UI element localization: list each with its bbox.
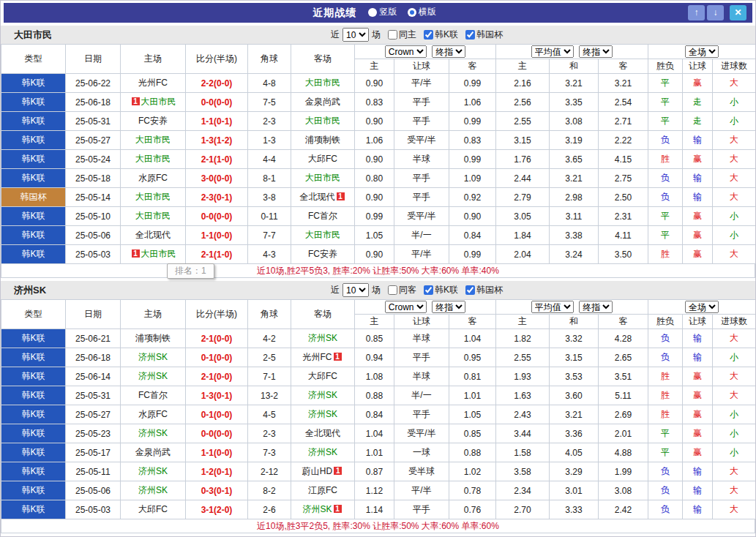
home-team-name[interactable]: 全北现代	[135, 230, 171, 240]
match-date: 25-06-18	[66, 348, 121, 367]
scroll-down-button[interactable]: ↓	[707, 5, 724, 20]
korean-cup-filter[interactable]: 韩国杯	[465, 29, 503, 41]
euro-away-odds: 2.69	[599, 405, 648, 424]
korean-cup-filter[interactable]: 韩国杯	[465, 284, 503, 296]
k-league-checkbox[interactable]	[424, 285, 433, 295]
asia-away-odds: 1.09	[449, 169, 496, 188]
away-team-name[interactable]: 大田市民	[305, 173, 340, 183]
full-match-select[interactable]: 全场	[685, 45, 719, 58]
home-team-name[interactable]: 大田市民	[135, 135, 171, 145]
home-team-name[interactable]: 大田市民	[135, 192, 171, 202]
asia-home-odds: 0.90	[355, 74, 394, 93]
away-team-name[interactable]: FC安养	[308, 249, 337, 259]
away-team-name[interactable]: 济州SK	[308, 333, 337, 343]
final-odds-select[interactable]: 终指	[432, 45, 465, 58]
home-team-name[interactable]: 大田市民	[135, 154, 171, 164]
home-team-name[interactable]: 济州SK	[138, 371, 168, 381]
away-team-name[interactable]: 大田市民	[305, 78, 340, 88]
home-team-name[interactable]: FC首尔	[138, 390, 168, 400]
home-team-name[interactable]: 浦项制铁	[135, 333, 171, 343]
full-match-select[interactable]: 全场	[685, 301, 719, 313]
same-venue-filter[interactable]: 同客	[388, 284, 416, 296]
home-team-name[interactable]: 大田市民	[135, 211, 171, 221]
euro-away-odds: 4.11	[599, 226, 648, 245]
away-team-name[interactable]: 浦项制铁	[305, 135, 340, 145]
final-odds-select-2[interactable]: 终指	[579, 45, 613, 58]
same-venue-filter[interactable]: 同主	[388, 29, 416, 41]
final-odds-select[interactable]: 终指	[432, 301, 465, 313]
away-team-name[interactable]: 光州FC	[303, 352, 332, 362]
home-team-name[interactable]: 大田市民	[141, 97, 176, 107]
home-team-name[interactable]: 济州SK	[138, 466, 168, 476]
home-team-name[interactable]: 济州SK	[138, 352, 168, 362]
away-team-name[interactable]: 金泉尚武	[305, 97, 340, 107]
away-team-name[interactable]: 济州SK	[308, 409, 337, 419]
average-odds-select[interactable]: 平均值	[531, 45, 574, 58]
same-venue-checkbox[interactable]	[388, 285, 397, 295]
home-team-name[interactable]: 大邱FC	[138, 504, 168, 514]
away-team-name[interactable]: 济州SK	[302, 504, 332, 514]
home-team-name[interactable]: 水原FC	[138, 173, 168, 183]
result-overunder: 大	[713, 500, 756, 519]
layout-vertical-option[interactable]: 竖版	[368, 6, 397, 18]
odds-company-select[interactable]: Crown	[385, 301, 427, 313]
match-date: 25-05-27	[66, 405, 121, 424]
score-cell: 1-3(1-2)	[186, 131, 248, 150]
away-team-name[interactable]: 济州SK	[308, 447, 337, 457]
close-button[interactable]: ✕	[730, 5, 746, 20]
same-venue-checkbox[interactable]	[388, 30, 397, 40]
odds-company-select[interactable]: Crown	[385, 45, 427, 58]
away-team-name[interactable]: 大田市民	[305, 116, 340, 126]
home-team-name[interactable]: 大田市民	[141, 249, 176, 259]
near-label: 近	[331, 29, 340, 41]
euro-home-odds: 3.05	[496, 207, 550, 226]
away-team-cell: 浦项制铁	[291, 131, 355, 150]
away-team-name[interactable]: 江原FC	[308, 485, 337, 495]
away-team-name[interactable]: 全北现代	[300, 192, 335, 202]
score-cell: 0-1(0-0)	[186, 348, 248, 367]
away-team-cell: 全北现代	[291, 424, 355, 443]
home-team-name[interactable]: 光州FC	[138, 78, 168, 88]
result-group: 全场	[648, 45, 756, 59]
radio-icon[interactable]	[408, 8, 416, 17]
home-team-cell: 浦项制铁	[121, 329, 186, 348]
radio-icon[interactable]	[368, 8, 377, 17]
scroll-up-button[interactable]: ↑	[688, 5, 705, 20]
away-team-name[interactable]: FC首尔	[308, 211, 337, 221]
home-team-name[interactable]: FC安养	[138, 116, 168, 126]
asia-away-odds: 0.78	[449, 481, 496, 500]
euro-home-odds: 1.63	[496, 386, 550, 405]
asia-home-odds: 0.83	[355, 93, 394, 112]
away-team-name[interactable]: 大邱FC	[308, 371, 337, 381]
asia-home-odds: 0.90	[355, 150, 394, 169]
layout-horizontal-option[interactable]: 横版	[408, 6, 436, 18]
col-type: 类型	[1, 300, 66, 329]
home-team-name[interactable]: 水原FC	[138, 409, 168, 419]
rounds-select[interactable]: 10	[343, 283, 369, 297]
home-team-name[interactable]: 金泉尚武	[135, 447, 171, 457]
home-team-cell: 水原FC	[121, 405, 186, 424]
k-league-filter[interactable]: 韩K联	[424, 29, 458, 41]
k-league-checkbox[interactable]	[424, 30, 433, 40]
away-team-name[interactable]: 大田市民	[305, 230, 340, 240]
corner-cell: 0-11	[248, 207, 291, 226]
corner-cell: 8-1	[248, 169, 291, 188]
rounds-select[interactable]: 10	[343, 28, 369, 42]
k-league-filter[interactable]: 韩K联	[424, 284, 458, 296]
corner-cell: 2-12	[248, 462, 291, 481]
away-team-name[interactable]: 全北现代	[305, 428, 340, 438]
home-team-name[interactable]: 济州SK	[138, 428, 168, 438]
result-wdl: 胜	[648, 245, 683, 264]
away-team-name[interactable]: 大邱FC	[308, 154, 337, 164]
korean-cup-checkbox[interactable]	[465, 30, 475, 40]
col-corner: 角球	[248, 300, 291, 329]
home-team-cell: 大田市民	[121, 150, 186, 169]
average-odds-select[interactable]: 平均值	[531, 301, 574, 313]
summary-line: 近10场,胜2平5负3, 胜率:20% 让胜率:50% 大率:60% 单率:40…	[1, 264, 755, 278]
away-team-name[interactable]: 蔚山HD	[302, 466, 332, 476]
home-team-name[interactable]: 济州SK	[138, 485, 168, 495]
korean-cup-checkbox[interactable]	[465, 285, 475, 295]
rank-badge: 1	[132, 249, 140, 258]
final-odds-select-2[interactable]: 终指	[579, 301, 613, 313]
away-team-name[interactable]: 济州SK	[308, 390, 337, 400]
